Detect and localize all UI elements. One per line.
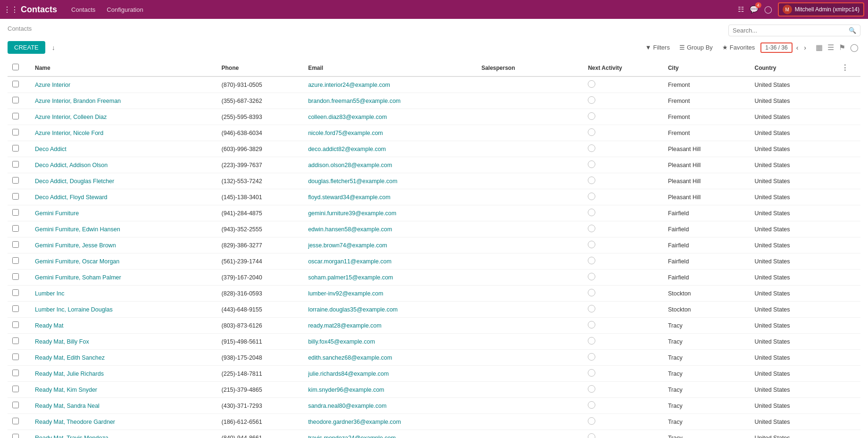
row-checkbox[interactable] (12, 386, 19, 392)
row-checkbox[interactable] (12, 145, 19, 152)
row-checkbox[interactable] (12, 161, 19, 168)
contact-email[interactable]: jesse.brown74@example.com (308, 242, 387, 249)
row-checkbox[interactable] (12, 257, 19, 264)
filters-button[interactable]: ▼ Filters (642, 42, 674, 53)
clock-icon[interactable]: ◯ (764, 5, 772, 14)
contact-email[interactable]: julie.richards84@example.com (308, 371, 389, 377)
contact-name[interactable]: Gemini Furniture, Oscar Morgan (35, 258, 119, 265)
create-button[interactable]: CREATE (8, 41, 45, 54)
row-checkbox[interactable] (12, 321, 19, 328)
col-header-more[interactable]: ⋮ (836, 59, 860, 76)
contact-email[interactable]: brandon.freeman55@example.com (308, 98, 401, 104)
col-header-activity[interactable]: Next Activity (583, 59, 663, 76)
row-checkbox[interactable] (12, 225, 19, 232)
row-checkbox[interactable] (12, 81, 19, 87)
row-checkbox[interactable] (12, 418, 19, 424)
contact-name[interactable]: Gemini Furniture (35, 210, 79, 217)
row-checkbox[interactable] (12, 370, 19, 376)
contact-name[interactable]: Ready Mat, Julie Richards (35, 371, 104, 377)
settings-view-button[interactable]: ◯ (848, 42, 860, 53)
contact-email[interactable]: colleen.diaz83@example.com (308, 114, 387, 120)
row-checkbox[interactable] (12, 273, 19, 280)
contact-name[interactable]: Azure Interior, Colleen Diaz (35, 114, 107, 120)
contact-name[interactable]: Ready Mat, Travis Mendoza (35, 435, 108, 438)
col-header-country[interactable]: Country (750, 59, 837, 76)
search-bar[interactable]: 🔍 (728, 25, 860, 36)
prev-page-button[interactable]: ‹ (794, 43, 801, 52)
row-checkbox[interactable] (12, 129, 19, 135)
contact-email[interactable]: soham.palmer15@example.com (308, 274, 393, 281)
contact-email[interactable]: kim.snyder96@example.com (308, 387, 384, 393)
chat-icon[interactable]: 💬 4 (750, 5, 759, 14)
row-checkbox[interactable] (12, 402, 19, 408)
user-menu[interactable]: M Mitchell Admin (xmlrpc14) (778, 2, 864, 17)
col-header-name[interactable]: Name (30, 59, 217, 76)
col-header-salesperson[interactable]: Salesperson (476, 59, 583, 76)
contact-email[interactable]: douglas.fletcher51@example.com (308, 178, 397, 185)
contact-name[interactable]: Deco Addict, Douglas Fletcher (35, 178, 114, 185)
contact-name[interactable]: Ready Mat (35, 322, 63, 329)
row-checkbox[interactable] (12, 289, 19, 296)
contact-name[interactable]: Gemini Furniture, Jesse Brown (35, 242, 116, 249)
search-input[interactable] (733, 27, 849, 34)
contact-email[interactable]: sandra.neal80@example.com (308, 403, 386, 409)
contact-name[interactable]: Ready Mat, Edith Sanchez (35, 354, 105, 361)
contact-name[interactable]: Lumber Inc, Lorraine Douglas (35, 306, 113, 313)
next-page-button[interactable]: › (802, 43, 808, 52)
contact-email[interactable]: lumber-inv92@example.com (308, 290, 383, 297)
row-checkbox[interactable] (12, 337, 19, 344)
contact-email[interactable]: addison.olson28@example.com (308, 162, 392, 168)
download-button[interactable]: ↓ (49, 42, 58, 53)
contact-email[interactable]: travis.mendoza24@example.com (308, 435, 396, 438)
row-checkbox[interactable] (12, 193, 19, 200)
contact-email[interactable]: azure.interior24@example.com (308, 82, 390, 88)
row-checkbox[interactable] (12, 305, 19, 312)
apps-icon[interactable]: ⋮⋮ (4, 2, 18, 17)
nav-contacts[interactable]: Contacts (67, 4, 100, 15)
contact-name[interactable]: Ready Mat, Billy Fox (35, 338, 89, 345)
groupby-button[interactable]: ☰ Group By (676, 42, 717, 53)
map-view-button[interactable]: ⚑ (837, 42, 847, 53)
col-header-email[interactable]: Email (303, 59, 476, 76)
row-checkbox[interactable] (12, 241, 19, 248)
nav-configuration[interactable]: Configuration (102, 4, 148, 15)
more-columns-icon[interactable]: ⋮ (841, 64, 849, 72)
row-checkbox[interactable] (12, 177, 19, 184)
col-header-city[interactable]: City (663, 59, 750, 76)
contact-name[interactable]: Gemini Furniture, Edwin Hansen (35, 226, 120, 233)
row-checkbox[interactable] (12, 97, 19, 103)
contact-email[interactable]: ready.mat28@example.com (308, 322, 382, 329)
row-checkbox[interactable] (12, 434, 19, 438)
row-checkbox[interactable] (12, 209, 19, 216)
contact-name[interactable]: Deco Addict, Floyd Steward (35, 194, 108, 201)
contact-name[interactable]: Azure Interior, Nicole Ford (35, 130, 103, 136)
search-icon[interactable]: 🔍 (849, 27, 856, 34)
favorites-button[interactable]: ★ Favorites (718, 42, 759, 53)
contact-email[interactable]: deco.addict82@example.com (308, 146, 386, 152)
select-all-checkbox[interactable] (12, 64, 19, 70)
contact-email[interactable]: edwin.hansen58@example.com (308, 226, 392, 233)
contact-name[interactable]: Ready Mat, Kim Snyder (35, 387, 97, 393)
contact-email[interactable]: edith.sanchez68@example.com (308, 354, 392, 361)
contact-email[interactable]: oscar.morgan11@example.com (308, 258, 392, 265)
contact-email[interactable]: theodore.gardner36@example.com (308, 419, 401, 425)
row-checkbox[interactable] (12, 113, 19, 119)
contact-name[interactable]: Deco Addict (35, 146, 67, 152)
contact-email[interactable]: billy.fox45@example.com (308, 338, 375, 345)
contact-email[interactable]: floyd.steward34@example.com (308, 194, 391, 201)
contact-name[interactable]: Lumber Inc (35, 290, 65, 297)
contact-name[interactable]: Ready Mat, Theodore Gardner (35, 419, 115, 425)
col-header-phone[interactable]: Phone (217, 59, 304, 76)
grid-icon[interactable]: ☷ (738, 5, 744, 14)
row-checkbox[interactable] (12, 354, 19, 360)
contact-email[interactable]: lorraine.douglas35@example.com (308, 306, 398, 313)
contact-email[interactable]: gemini.furniture39@example.com (308, 210, 396, 217)
contact-name[interactable]: Gemini Furniture, Soham Palmer (35, 274, 121, 281)
list-view-button[interactable]: ☰ (826, 42, 836, 53)
contact-name[interactable]: Azure Interior, Brandon Freeman (35, 98, 121, 104)
contact-name[interactable]: Ready Mat, Sandra Neal (35, 403, 100, 409)
kanban-view-button[interactable]: ▦ (814, 42, 825, 53)
contact-name[interactable]: Deco Addict, Addison Olson (35, 162, 108, 168)
contact-name[interactable]: Azure Interior (35, 82, 70, 88)
contact-email[interactable]: nicole.ford75@example.com (308, 130, 383, 136)
